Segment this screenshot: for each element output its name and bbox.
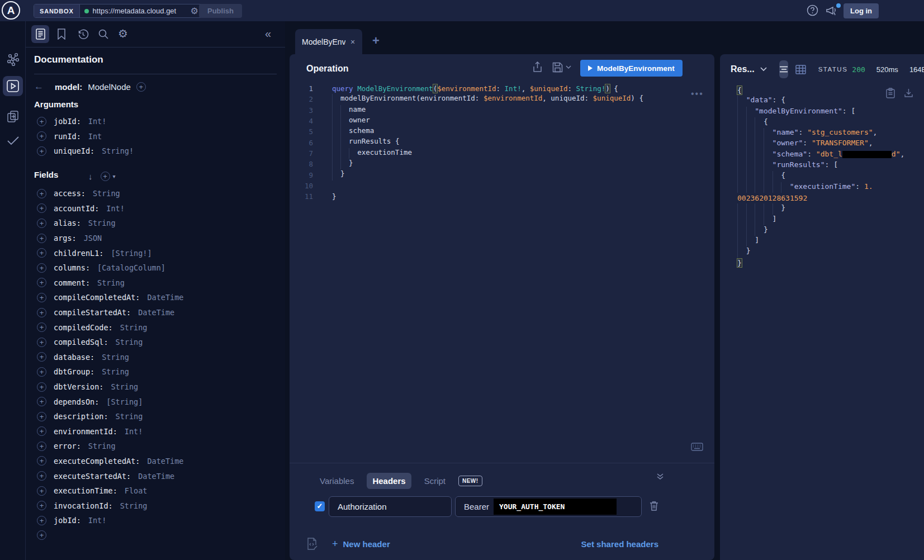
- response-dropdown-chevron-icon[interactable]: [760, 67, 767, 72]
- collapse-doc-panel-icon[interactable]: «: [265, 27, 271, 40]
- header-script-icon[interactable]: [307, 538, 318, 550]
- operation-tab[interactable]: ModelByEnvi... ×: [295, 29, 362, 54]
- endpoint-url-input[interactable]: https://metadata.cloud.get ⚙: [80, 4, 206, 17]
- field-type[interactable]: DateTime: [138, 308, 174, 317]
- add-field-button[interactable]: +: [37, 397, 46, 406]
- add-field-button[interactable]: +: [37, 263, 46, 273]
- add-field-button[interactable]: +: [37, 234, 46, 243]
- search-icon[interactable]: [98, 29, 109, 40]
- header-enabled-checkbox[interactable]: ✓: [315, 501, 325, 511]
- field-type[interactable]: Int!: [106, 204, 125, 213]
- tab-variables[interactable]: Variables: [314, 473, 359, 489]
- response-title[interactable]: Res...: [731, 64, 755, 74]
- field-type[interactable]: [CatalogColumn]: [97, 263, 165, 272]
- graphql-editor[interactable]: 1query ModelByEnvironment($environmentId…: [290, 83, 714, 202]
- history-icon[interactable]: [77, 29, 89, 40]
- add-field-button[interactable]: +: [37, 471, 46, 481]
- field-name[interactable]: comment:: [54, 278, 90, 287]
- field-name[interactable]: database:: [54, 353, 94, 362]
- bookmarks-icon[interactable]: [57, 29, 66, 40]
- add-field-button[interactable]: +: [37, 278, 46, 287]
- set-shared-headers-link[interactable]: Set shared headers: [581, 539, 658, 549]
- table-view-toggle[interactable]: [795, 65, 806, 74]
- add-field-button[interactable]: +: [37, 146, 46, 156]
- field-type[interactable]: String: [120, 501, 148, 510]
- add-field-button[interactable]: +: [37, 367, 46, 377]
- field-name[interactable]: dbtGroup:: [54, 367, 94, 376]
- run-operation-button[interactable]: ModelByEnvironment: [580, 60, 683, 77]
- field-type[interactable]: String: [88, 442, 116, 450]
- add-field-button[interactable]: +: [37, 501, 46, 510]
- add-field-button[interactable]: +: [37, 219, 46, 228]
- field-type[interactable]: DateTime: [138, 472, 174, 481]
- add-field-button[interactable]: +: [37, 117, 46, 126]
- breadcrumb-type[interactable]: ModelNode: [88, 82, 131, 92]
- field-type[interactable]: Int!: [125, 427, 143, 436]
- field-name[interactable]: executeCompletedAt:: [54, 457, 140, 466]
- apollo-logo-icon[interactable]: A: [2, 1, 20, 20]
- delete-header-icon[interactable]: [650, 501, 658, 511]
- add-field-button[interactable]: +: [37, 308, 46, 317]
- endpoint-settings-gear-icon[interactable]: ⚙: [191, 6, 198, 16]
- field-name[interactable]: accountId:: [54, 204, 99, 213]
- field-name[interactable]: dbtVersion:: [54, 382, 103, 391]
- field-type[interactable]: String!: [102, 146, 134, 155]
- field-name[interactable]: environmentId:: [54, 427, 117, 436]
- add-field-button[interactable]: +: [37, 203, 46, 213]
- field-type[interactable]: DateTime: [147, 457, 183, 466]
- field-type[interactable]: String: [111, 382, 138, 391]
- changelog-pages-icon[interactable]: [6, 110, 20, 124]
- add-field-button[interactable]: +: [37, 189, 46, 198]
- explorer-icon[interactable]: [6, 79, 20, 93]
- add-field-button[interactable]: +: [37, 426, 46, 436]
- new-header-button[interactable]: +New header: [332, 538, 390, 550]
- response-json[interactable]: {"data": {"modelByEnvironment": [{"name"…: [737, 85, 916, 268]
- add-fields-chevron-icon[interactable]: ▾: [113, 173, 116, 179]
- field-type[interactable]: String: [102, 353, 129, 362]
- add-all-fields-button[interactable]: +: [101, 172, 110, 181]
- field-type[interactable]: Int: [88, 132, 102, 141]
- new-tab-button[interactable]: +: [372, 34, 380, 48]
- add-field-button[interactable]: +: [37, 131, 46, 141]
- add-field-button[interactable]: +: [37, 412, 46, 421]
- field-name[interactable]: childrenL1:: [54, 249, 103, 258]
- share-operation-icon[interactable]: [533, 61, 542, 73]
- field-name[interactable]: error:: [54, 442, 81, 450]
- help-icon[interactable]: [807, 4, 818, 16]
- field-type[interactable]: String: [97, 278, 125, 287]
- add-field-button[interactable]: +: [37, 338, 46, 347]
- field-type[interactable]: String: [102, 367, 129, 376]
- publish-button[interactable]: Publish: [199, 4, 242, 18]
- field-type[interactable]: String: [116, 412, 143, 421]
- add-field-button[interactable]: +: [37, 530, 46, 540]
- sort-fields-icon[interactable]: ↓: [88, 172, 93, 181]
- header-key-input[interactable]: Authorization: [329, 496, 452, 517]
- field-type[interactable]: [String]: [106, 397, 143, 406]
- field-name[interactable]: compiledCode:: [54, 323, 113, 332]
- field-name[interactable]: uniqueId:: [54, 146, 94, 155]
- field-type[interactable]: String: [120, 323, 148, 332]
- add-field-button[interactable]: +: [37, 382, 46, 392]
- field-name[interactable]: columns:: [54, 263, 90, 272]
- tab-script[interactable]: Script: [419, 473, 451, 489]
- field-type[interactable]: String: [88, 219, 116, 227]
- tab-headers[interactable]: Headers: [367, 473, 411, 489]
- settings-gear-icon[interactable]: ⚙: [118, 27, 128, 40]
- field-name[interactable]: executeStartedAt:: [54, 472, 131, 481]
- field-name[interactable]: description:: [54, 412, 108, 421]
- field-name[interactable]: runId:: [54, 132, 81, 141]
- add-field-button[interactable]: +: [37, 322, 46, 332]
- field-type[interactable]: Float: [125, 486, 148, 495]
- field-name[interactable]: jobId:: [54, 117, 81, 126]
- login-button[interactable]: Log in: [844, 3, 879, 18]
- add-field-button[interactable]: +: [37, 486, 46, 496]
- formatted-view-toggle[interactable]: [779, 60, 788, 78]
- field-name[interactable]: compileCompletedAt:: [54, 293, 140, 302]
- field-type[interactable]: [String!]: [111, 249, 151, 258]
- field-type[interactable]: String: [93, 189, 120, 198]
- field-name[interactable]: jobId:: [54, 516, 81, 525]
- keyboard-shortcuts-icon[interactable]: [691, 443, 703, 451]
- add-field-button[interactable]: +: [37, 456, 46, 466]
- checks-icon[interactable]: [6, 135, 20, 146]
- back-arrow-icon[interactable]: ←: [34, 81, 44, 92]
